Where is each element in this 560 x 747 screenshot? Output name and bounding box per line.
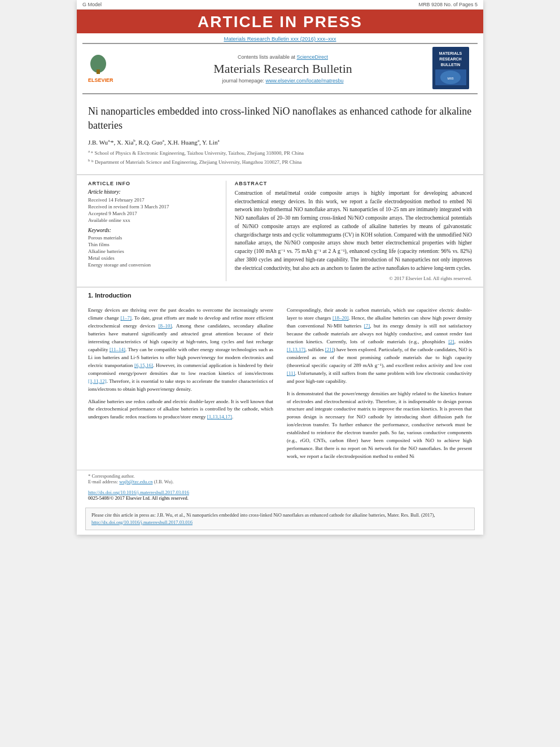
intro-right-text-2: It is demonstrated that the power/energy… bbox=[287, 390, 472, 461]
intro-heading: 1. Introduction bbox=[88, 292, 472, 299]
doi-bar: http://dx.doi.org/10.1016/j.materresbull… bbox=[77, 487, 483, 503]
contents-text: Contents lists available at bbox=[238, 54, 295, 60]
citation-text: Please cite this article in press as: J.… bbox=[91, 512, 435, 518]
email-line: E-mail address: wujb@tzc.edu.cn (J.B. Wu… bbox=[88, 479, 472, 484]
keyword-2: Thin films bbox=[88, 242, 217, 247]
received-date: Received 14 February 2017 bbox=[88, 197, 217, 203]
banner-title: ARTICLE IN PRESS bbox=[198, 13, 362, 30]
mrb-logo: MATERIALS RESEARCH BULLETIN MRB bbox=[432, 47, 472, 90]
revised-date: Received in revised form 3 March 2017 bbox=[88, 204, 217, 209]
intro-right-text: Correspondingly, their anode is carbon m… bbox=[287, 307, 472, 385]
abstract-column: Abstract Construction of metal/metal oxi… bbox=[226, 181, 472, 281]
affiliations: a ᵃ School of Physics & Electronic Engin… bbox=[88, 148, 472, 166]
affiliation-a: a ᵃ School of Physics & Electronic Engin… bbox=[88, 148, 472, 158]
online-date: Available online xxx bbox=[88, 217, 217, 223]
intro-left-text: Energy devices are thriving over the pas… bbox=[88, 307, 273, 393]
journal-ref-line: Materials Research Bulletin xxx (2016) x… bbox=[77, 33, 483, 43]
keyword-3: Alkaline batteries bbox=[88, 248, 217, 254]
email-label: E-mail address: bbox=[88, 479, 118, 484]
article-info-column: Article Info Article history: Received 1… bbox=[88, 181, 226, 281]
intro-left-column: Energy devices are thriving over the pas… bbox=[88, 307, 280, 465]
svg-text:BULLETIN: BULLETIN bbox=[441, 63, 461, 67]
svg-text:ELSEVIER: ELSEVIER bbox=[88, 77, 113, 83]
authors: J.B. Wua,*, X. Xiab, R.Q. Guoa, X.H. Hua… bbox=[88, 138, 472, 146]
g-model-label: G Model bbox=[82, 2, 102, 7]
journal-homepage: journal homepage: www.elsevier.com/locat… bbox=[139, 78, 427, 84]
doi-url[interactable]: http://dx.doi.org/10.1016/j.materresbull… bbox=[88, 490, 189, 495]
abstract-section-label: Abstract bbox=[235, 181, 472, 186]
svg-text:MRB: MRB bbox=[447, 77, 454, 80]
article-title: Ni nanoparticles embedded into cross-lin… bbox=[88, 104, 472, 133]
journal-ref-text: Materials Research Bulletin xxx (2016) x… bbox=[224, 36, 336, 42]
keyword-5: Energy storage and conversion bbox=[88, 262, 217, 268]
intro-right-column: Correspondingly, their anode is carbon m… bbox=[280, 307, 472, 465]
svg-text:MATERIALS: MATERIALS bbox=[439, 51, 462, 55]
corresponding-author: * Corresponding author. bbox=[88, 473, 472, 479]
page: G Model MRB 9208 No. of Pages 5 ARTICLE … bbox=[77, 0, 483, 535]
affiliation-b: b ᵇ Department of Materials Science and … bbox=[88, 158, 472, 167]
g-model-bar: G Model MRB 9208 No. of Pages 5 bbox=[77, 0, 483, 10]
homepage-url[interactable]: www.elsevier.com/locate/matresbu bbox=[266, 78, 344, 84]
citation-doi[interactable]: http://dx.doi.org/10.1016/j.materresbull… bbox=[91, 519, 193, 525]
article-history-label: Article history: bbox=[88, 189, 217, 195]
accepted-date: Accepted 9 March 2017 bbox=[88, 211, 217, 216]
svg-rect-2 bbox=[97, 69, 100, 74]
keyword-4: Metal oxides bbox=[88, 255, 217, 261]
journal-center: Contents lists available at ScienceDirec… bbox=[139, 54, 427, 84]
email-author: (J.B. Wu). bbox=[154, 479, 174, 484]
svg-text:RESEARCH: RESEARCH bbox=[439, 57, 461, 61]
abstract-text: Construction of metal/metal oxide compos… bbox=[235, 189, 472, 272]
citation-box: Please cite this article in press as: J.… bbox=[85, 508, 475, 530]
article-info-section-label: Article Info bbox=[88, 181, 217, 186]
journal-title: Materials Research Bulletin bbox=[139, 62, 427, 76]
article-in-press-banner: ARTICLE IN PRESS bbox=[77, 10, 483, 33]
article-info-abstract-section: Article Info Article history: Received 1… bbox=[77, 174, 483, 287]
contents-line: Contents lists available at ScienceDirec… bbox=[139, 54, 427, 60]
copyright-line: © 2017 Elsevier Ltd. All rights reserved… bbox=[235, 276, 472, 281]
issn-line: 0025-5408/© 2017 Elsevier Ltd. All right… bbox=[88, 495, 472, 501]
article-title-section: Ni nanoparticles embedded into cross-lin… bbox=[77, 94, 483, 172]
intro-left-text-2: Alkaline batteries use redox cathode and… bbox=[88, 398, 273, 422]
sciencedirect-link[interactable]: ScienceDirect bbox=[297, 54, 329, 60]
mrb-label: MRB 9208 No. of Pages 5 bbox=[418, 2, 478, 7]
keyword-1: Porous materials bbox=[88, 235, 217, 241]
elsevier-logo: ELSEVIER bbox=[88, 53, 133, 85]
intro-body-section: Energy devices are thriving over the pas… bbox=[77, 307, 483, 470]
footnote-area: * Corresponding author. E-mail address: … bbox=[77, 470, 483, 487]
intro-heading-section: 1. Introduction bbox=[77, 287, 483, 307]
email-address[interactable]: wujb@tzc.edu.cn bbox=[119, 479, 152, 484]
homepage-label: journal homepage: bbox=[222, 78, 264, 84]
keywords-label: Keywords: bbox=[88, 228, 217, 233]
journal-header: ELSEVIER Contents lists available at Sci… bbox=[82, 43, 478, 94]
